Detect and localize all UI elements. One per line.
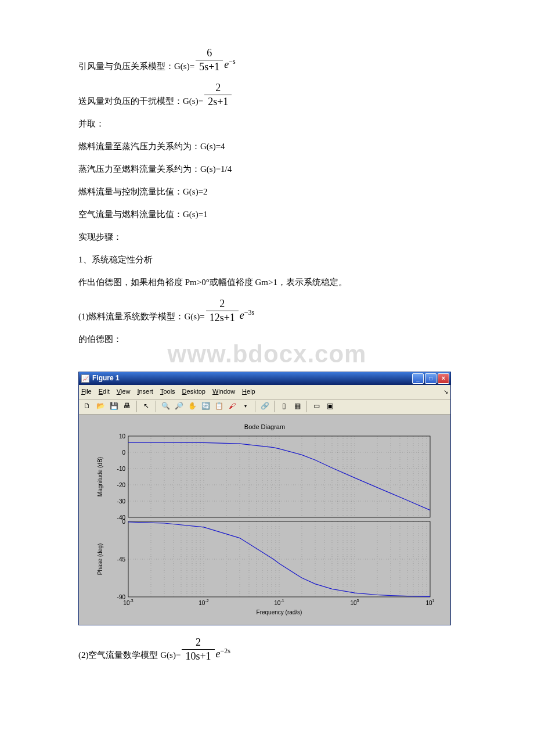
denominator: 12s+1 <box>206 311 239 325</box>
ytick: 0 <box>122 449 125 456</box>
rotate-icon[interactable]: 🔄 <box>200 401 211 412</box>
menu-insert[interactable]: Insert <box>137 386 153 398</box>
minimize-button[interactable]: _ <box>412 373 424 384</box>
numerator: 2 <box>204 81 232 95</box>
dropdown-icon[interactable]: ▾ <box>240 401 251 412</box>
bode-plot: 10 0 -10 -20 -30 -40 Magnitude (dB) <box>91 433 439 619</box>
exponential: e−3s <box>240 306 254 325</box>
xtick: 100 <box>350 599 359 606</box>
print-icon[interactable]: 🖶 <box>121 401 133 412</box>
legend-icon[interactable]: ▦ <box>291 401 303 412</box>
text-line: 并取： <box>78 116 456 132</box>
pointer-icon[interactable]: ↖ <box>140 401 152 412</box>
brush-icon[interactable]: 🖌 <box>226 401 238 412</box>
ytick: 10 <box>119 433 126 440</box>
window-title: Figure 1 <box>92 372 120 385</box>
fraction: 2 10s+1 <box>182 636 214 664</box>
text-line: 蒸汽压力至燃料流量关系约为：G(s)=1/4 <box>78 161 456 177</box>
separator <box>136 401 137 412</box>
formula-line-2: 送风量对负压的干扰模型：G(s)= 2 2s+1 <box>78 81 456 109</box>
zoom-in-icon[interactable]: 🔍 <box>160 401 171 412</box>
xlabel: Frequency (rad/s) <box>257 609 302 615</box>
ytick: -45 <box>117 556 126 563</box>
exponent: −s <box>229 57 235 66</box>
separator <box>255 401 255 412</box>
formula-line-1: 引风量与负压关系模型：G(s)= 6 5s+1 e−s <box>78 46 456 74</box>
open-icon[interactable]: 📂 <box>95 401 106 412</box>
close-button[interactable]: × <box>438 373 449 384</box>
ytick: -20 <box>117 482 126 488</box>
formula-line-13: (2)空气流量数学模型 G(s)= 2 10s+1 e−2s <box>78 636 456 664</box>
menu-window[interactable]: Window <box>212 386 235 398</box>
text: 引风量与负压关系模型：G(s)= <box>78 59 194 74</box>
text: 送风量对负压的干扰模型：G(s)= <box>78 93 203 109</box>
denominator: 10s+1 <box>182 650 214 663</box>
fraction: 2 12s+1 <box>206 297 239 325</box>
plot-area: Bode Diagram <box>79 415 450 625</box>
menu-dropdown-icon[interactable]: ↘ <box>443 387 448 397</box>
numerator: 2 <box>182 636 214 650</box>
plot-title: Bode Diagram <box>91 422 439 433</box>
menu-file[interactable]: File <box>81 386 92 398</box>
pan-icon[interactable]: ✋ <box>186 401 198 412</box>
zoom-out-icon[interactable]: 🔎 <box>173 401 185 412</box>
hide-icon[interactable]: ▭ <box>311 401 322 412</box>
menubar: File Edit View Insert Tools Desktop Wind… <box>79 385 450 399</box>
ytick: -10 <box>117 466 126 472</box>
text-line: 空气流量与燃料流量比值：G(s)=1 <box>78 207 456 222</box>
xtick: 10-3 <box>123 599 133 606</box>
text-line: 实现步骤： <box>78 229 456 245</box>
e: e <box>240 309 244 321</box>
ytick: -30 <box>117 498 126 505</box>
text: (2)空气流量数学模型 G(s)= <box>78 647 181 663</box>
denominator: 2s+1 <box>204 95 232 109</box>
denominator: 5s+1 <box>196 60 223 74</box>
text-line: 的伯德图： <box>78 332 456 347</box>
menu-help[interactable]: Help <box>242 386 255 398</box>
menu-view[interactable]: View <box>117 386 131 398</box>
toolbar: 🗋 📂 💾 🖶 ↖ 🔍 🔎 ✋ 🔄 📋 🖌 ▾ 🔗 ▯ ▦ ▭ ▣ <box>79 399 450 415</box>
exponent: −2s <box>221 647 230 655</box>
text-line: 燃料流量与控制流量比值：G(s)=2 <box>78 184 456 200</box>
matlab-figure-icon: 📈 <box>81 375 89 383</box>
separator <box>156 401 156 412</box>
colorbar-icon[interactable]: ▯ <box>278 401 290 412</box>
menu-edit[interactable]: Edit <box>99 386 110 398</box>
exponential: e−s <box>224 55 235 74</box>
ytick: 0 <box>122 519 125 525</box>
numerator: 6 <box>196 46 223 60</box>
menu-tools[interactable]: Tools <box>160 386 175 398</box>
exponent: −3s <box>244 308 254 316</box>
show-icon[interactable]: ▣ <box>324 401 335 412</box>
link-icon[interactable]: 🔗 <box>259 401 270 412</box>
text-line: 燃料流量至蒸汽压力关系约为：G(s)=4 <box>78 139 456 154</box>
ylabel-phase: Phase (deg) <box>97 543 103 574</box>
text: (1)燃料流量系统数学模型：G(s)= <box>78 309 205 325</box>
numerator: 2 <box>206 297 239 311</box>
e: e <box>216 648 221 660</box>
maximize-button[interactable]: □ <box>425 373 436 384</box>
text-line: 1、系统稳定性分析 <box>78 252 456 268</box>
save-icon[interactable]: 💾 <box>108 401 120 412</box>
exponential: e−2s <box>216 645 230 663</box>
ylabel-magnitude: Magnitude (dB) <box>97 456 103 496</box>
xtick: 10-2 <box>199 599 208 606</box>
formula-line-11: (1)燃料流量系统数学模型：G(s)= 2 12s+1 e−3s <box>78 297 456 325</box>
xtick: 10-1 <box>274 599 284 606</box>
titlebar[interactable]: 📈 Figure 1 _ □ × <box>79 372 450 385</box>
separator <box>274 401 275 412</box>
separator <box>306 401 307 412</box>
fraction: 6 5s+1 <box>196 46 223 74</box>
menu-desktop[interactable]: Desktop <box>182 386 205 398</box>
text-line: 作出伯德图，如果相角裕度 Pm>0°或幅值裕度 Gm>1，表示系统稳定。 <box>78 275 456 290</box>
datatip-icon[interactable]: 📋 <box>213 401 225 412</box>
xtick: 101 <box>425 599 434 606</box>
figure-window: 📈 Figure 1 _ □ × File Edit View Insert T… <box>78 372 451 625</box>
fraction: 2 2s+1 <box>204 81 232 109</box>
new-icon[interactable]: 🗋 <box>81 401 93 412</box>
